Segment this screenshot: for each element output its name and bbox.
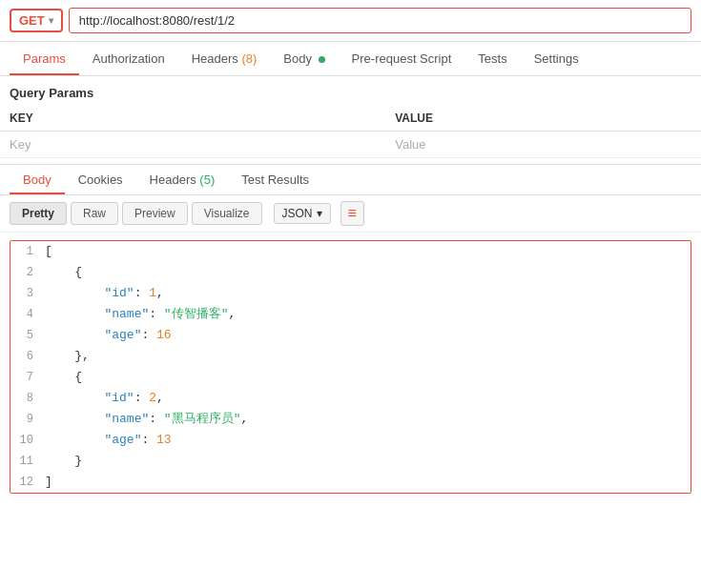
raw-button[interactable]: Raw	[71, 202, 118, 225]
json-line: 6 },	[10, 346, 691, 367]
line-content: "name": "黑马程序员",	[45, 410, 691, 429]
response-tabs: Body Cookies Headers (5) Test Results	[0, 165, 701, 195]
format-label: JSON	[282, 207, 313, 220]
view-controls: Pretty Raw Preview Visualize JSON ▾ ≡	[0, 195, 701, 233]
method-label: GET	[19, 13, 45, 28]
params-table: KEY VALUE Key Value	[0, 106, 701, 158]
line-content: "id": 2,	[45, 389, 691, 408]
tab-tests[interactable]: Tests	[464, 42, 520, 75]
json-viewer: 1[2 {3 "id": 1,4 "name": "传智播客",5 "age":…	[10, 240, 691, 494]
line-content: },	[45, 347, 691, 366]
tab-body[interactable]: Body	[270, 42, 338, 75]
json-line: 1[	[10, 241, 691, 262]
line-number: 7	[10, 368, 45, 387]
line-number: 10	[10, 431, 45, 450]
url-input[interactable]	[69, 8, 691, 33]
tab-test-results[interactable]: Test Results	[228, 165, 322, 194]
method-dropdown-icon: ▾	[49, 15, 53, 26]
line-number: 11	[10, 452, 45, 471]
tab-headers[interactable]: Headers (8)	[178, 42, 271, 75]
line-number: 2	[10, 263, 45, 282]
request-tabs: Params Authorization Headers (8) Body Pr…	[0, 42, 701, 76]
key-cell[interactable]: Key	[0, 132, 385, 158]
value-column-header: VALUE	[385, 106, 701, 132]
wrap-button[interactable]: ≡	[340, 201, 364, 226]
query-params-title: Query Params	[0, 76, 701, 106]
tab-headers-response[interactable]: Headers (5)	[136, 165, 229, 194]
line-number: 3	[10, 284, 45, 303]
line-content: {	[45, 263, 691, 282]
tab-cookies[interactable]: Cookies	[65, 165, 136, 194]
method-selector[interactable]: GET ▾	[10, 9, 63, 32]
line-number: 4	[10, 305, 45, 324]
json-line: 11 }	[10, 451, 691, 472]
preview-button[interactable]: Preview	[122, 202, 188, 225]
line-number: 12	[10, 473, 45, 492]
line-content: [	[45, 242, 691, 261]
json-line: 5 "age": 16	[10, 325, 691, 346]
visualize-button[interactable]: Visualize	[192, 202, 262, 225]
json-line: 8 "id": 2,	[10, 388, 691, 409]
json-line: 2 {	[10, 262, 691, 283]
line-number: 6	[10, 347, 45, 366]
line-number: 9	[10, 410, 45, 429]
table-row: Key Value	[0, 132, 701, 158]
line-content: ]	[45, 473, 691, 492]
format-selector[interactable]: JSON ▾	[274, 203, 331, 224]
line-content: "age": 13	[45, 431, 691, 450]
tab-params[interactable]: Params	[10, 42, 79, 75]
line-content: {	[45, 368, 691, 387]
json-line: 9 "name": "黑马程序员",	[10, 409, 691, 430]
line-content: }	[45, 452, 691, 471]
line-content: "id": 1,	[45, 284, 691, 303]
url-bar: GET ▾	[0, 0, 701, 42]
json-line: 3 "id": 1,	[10, 283, 691, 304]
line-content: "name": "传智播客",	[45, 305, 691, 324]
json-line: 4 "name": "传智播客",	[10, 304, 691, 325]
line-number: 1	[10, 242, 45, 261]
json-line: 12]	[10, 472, 691, 493]
value-cell[interactable]: Value	[385, 132, 701, 158]
pretty-button[interactable]: Pretty	[10, 202, 67, 225]
tab-prerequest[interactable]: Pre-request Script	[339, 42, 465, 75]
line-number: 8	[10, 389, 45, 408]
tab-settings[interactable]: Settings	[521, 42, 592, 75]
format-dropdown-icon: ▾	[317, 207, 322, 220]
tab-body-response[interactable]: Body	[10, 165, 65, 194]
line-content: "age": 16	[45, 326, 691, 345]
tab-authorization[interactable]: Authorization	[79, 42, 178, 75]
json-line: 7 {	[10, 367, 691, 388]
line-number: 5	[10, 326, 45, 345]
json-line: 10 "age": 13	[10, 430, 691, 451]
key-column-header: KEY	[0, 106, 385, 132]
